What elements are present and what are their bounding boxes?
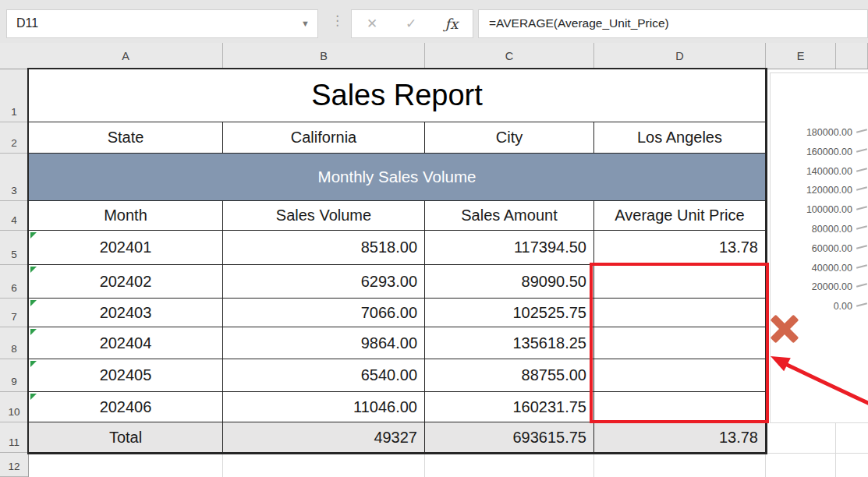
cancel-icon[interactable]: ✕ <box>356 10 388 37</box>
error-flag-icon <box>30 300 37 306</box>
column-header-B[interactable]: B <box>223 43 425 69</box>
cell-total-label[interactable]: Total <box>29 422 223 453</box>
column-header-partial[interactable] <box>836 43 868 69</box>
cell-amount-202406[interactable]: 160231.75 <box>425 392 594 422</box>
cell-column-title-3[interactable]: Average Unit Price <box>594 201 766 231</box>
cell-column-title-0[interactable]: Month <box>29 201 223 231</box>
cell-city-value[interactable]: Los Angeles <box>594 122 766 154</box>
row-header-5[interactable]: 5 <box>0 231 28 265</box>
row-header-3[interactable]: 3 <box>0 154 28 201</box>
row-header-4[interactable]: 4 <box>0 201 28 231</box>
row-header-6[interactable]: 6 <box>0 265 28 299</box>
chart-y-tick-label: 100000.00 <box>771 203 852 216</box>
chart-y-tick-label: 160000.00 <box>771 146 852 158</box>
gridline-v <box>593 453 594 477</box>
cell-amount-202403[interactable]: 102525.75 <box>425 299 594 327</box>
cell-state-value[interactable]: California <box>223 122 425 154</box>
error-flag-icon <box>30 394 37 400</box>
row-header-11[interactable]: 11 <box>0 422 28 453</box>
cell-total-volume[interactable]: 49327 <box>223 422 425 453</box>
column-header-E[interactable]: E <box>766 43 836 69</box>
cell-volume-202402[interactable]: 6293.00 <box>223 265 425 299</box>
cell-column-title-2[interactable]: Sales Amount <box>425 201 594 231</box>
name-box-value: D11 <box>16 16 38 30</box>
error-flag-icon <box>30 361 37 367</box>
cell-amount-202402[interactable]: 89090.50 <box>425 265 594 299</box>
row-header-9[interactable]: 9 <box>0 359 28 392</box>
gridline-v <box>222 453 223 477</box>
cell-month-202406[interactable]: 202406 <box>29 392 223 422</box>
chart-y-tick-label: 20000.00 <box>771 281 852 293</box>
row-headers: 123456789101112 <box>0 69 29 477</box>
cell-amount-202404[interactable]: 135618.25 <box>425 327 594 359</box>
chart-y-tick-label: 140000.00 <box>771 165 852 178</box>
chart-y-tick-mark <box>856 129 867 132</box>
cell-total-amount[interactable]: 693615.75 <box>425 422 594 453</box>
cell-column-title-1[interactable]: Sales Volume <box>223 201 425 231</box>
cell-amount-202405[interactable]: 88755.00 <box>425 359 594 392</box>
cell-month-202401[interactable]: 202401 <box>29 231 223 265</box>
annotation-arrow <box>764 343 868 477</box>
cell-month-202405[interactable]: 202405 <box>29 359 223 392</box>
cell-volume-202404[interactable]: 9864.00 <box>223 327 425 359</box>
chart-y-tick-mark <box>856 284 867 288</box>
chart-y-tick-label: 40000.00 <box>771 262 852 274</box>
formula-bar: D11 ▼ ⋮ ✕ ✓ ƒx =AVERAGE(Average_Unit_Pri… <box>0 0 868 44</box>
excel-window: D11 ▼ ⋮ ✕ ✓ ƒx =AVERAGE(Average_Unit_Pri… <box>0 0 868 477</box>
column-header-C[interactable]: C <box>425 43 594 69</box>
chart-y-tick-label: 60000.00 <box>771 242 852 255</box>
highlight-box <box>590 263 769 423</box>
insert-function-icon[interactable]: ƒx <box>436 10 467 37</box>
cell-total-price[interactable]: 13.78 <box>594 422 766 453</box>
cell-month-202402[interactable]: 202402 <box>29 265 223 299</box>
cell-price-202401[interactable]: 13.78 <box>594 231 766 265</box>
chart-y-tick-mark <box>856 148 867 152</box>
chart-y-tick-mark <box>856 168 867 171</box>
cell-volume-202406[interactable]: 11046.00 <box>223 392 425 422</box>
cell-volume-202401[interactable]: 8518.00 <box>223 231 425 265</box>
gridline-v <box>424 453 425 477</box>
error-flag-icon <box>30 267 37 273</box>
chart-y-tick-mark <box>856 303 867 307</box>
name-box-dropdown-icon[interactable]: ▼ <box>301 19 310 28</box>
rejection-x-icon <box>771 315 799 343</box>
cell-amount-202401[interactable]: 117394.50 <box>425 231 594 265</box>
chart-y-tick-label: 120000.00 <box>771 184 852 196</box>
row-header-8[interactable]: 8 <box>0 327 28 359</box>
cell-volume-202403[interactable]: 7066.00 <box>223 299 425 327</box>
row-header-7[interactable]: 7 <box>0 299 28 327</box>
cell-section-banner[interactable]: Monthly Sales Volume <box>29 154 766 201</box>
error-flag-icon <box>30 232 37 238</box>
error-flag-icon <box>30 329 37 335</box>
cell-state-label[interactable]: State <box>29 122 223 154</box>
column-header-A[interactable]: A <box>29 43 223 69</box>
row-header-10[interactable]: 10 <box>0 392 28 422</box>
formula-buttons: ✕ ✓ ƒx <box>351 9 473 38</box>
formula-bar-separator-icon: ⋮ <box>331 12 344 29</box>
cell-volume-202405[interactable]: 6540.00 <box>223 359 425 392</box>
cell-title[interactable]: Sales Report <box>29 69 766 122</box>
column-header-D[interactable]: D <box>594 43 766 69</box>
cell-month-202403[interactable]: 202403 <box>29 299 223 327</box>
formula-input[interactable]: =AVERAGE(Average_Unit_Price) <box>478 9 868 38</box>
column-headers: ABCDE <box>0 43 868 69</box>
cell-month-202404[interactable]: 202404 <box>29 327 223 359</box>
chart-y-tick-mark <box>856 264 867 268</box>
chart-y-tick-label: 180000.00 <box>771 126 852 139</box>
formula-text: =AVERAGE(Average_Unit_Price) <box>489 16 669 30</box>
chart-y-tick-mark <box>856 245 867 249</box>
chart-y-tick-mark <box>856 207 867 210</box>
cell-city-label[interactable]: City <box>425 122 594 154</box>
chart-y-tick-label: 80000.00 <box>771 223 852 235</box>
row-header-1[interactable]: 1 <box>0 69 28 122</box>
enter-icon[interactable]: ✓ <box>395 10 427 37</box>
name-box[interactable]: D11 ▼ <box>6 9 318 38</box>
row-header-2[interactable]: 2 <box>0 122 28 154</box>
chart-y-tick-mark <box>856 225 867 229</box>
row-header-12[interactable]: 12 <box>0 453 28 477</box>
chart-y-tick-mark <box>856 187 867 191</box>
chart-y-tick-label: 0.00 <box>771 300 852 313</box>
